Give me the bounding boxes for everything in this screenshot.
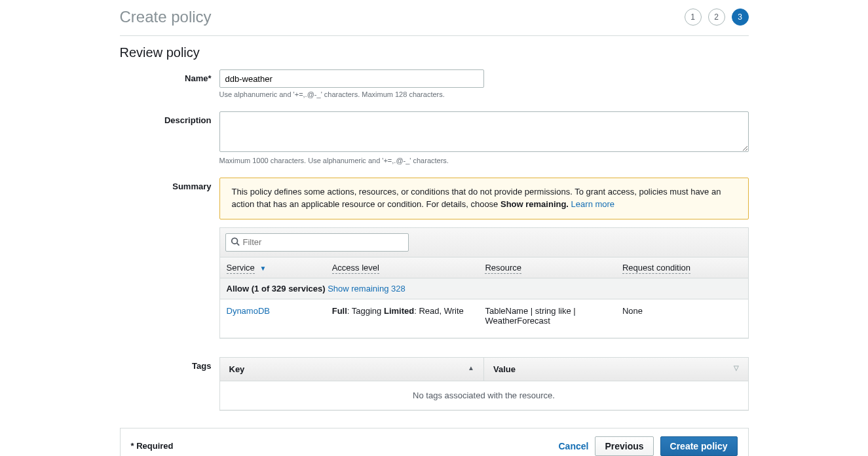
footer-bar: * Required Cancel Previous Create policy [120, 428, 749, 456]
description-label: Description [120, 111, 219, 174]
condition-cell: None [616, 299, 748, 337]
sort-neutral-icon: ▽ [734, 364, 739, 371]
access-level-cell: Full: Tagging Limited: Read, Write [326, 299, 479, 337]
col-resource[interactable]: Resource [478, 257, 616, 278]
previous-button[interactable]: Previous [595, 436, 653, 456]
section-title: Review policy [120, 45, 749, 60]
description-textarea[interactable] [219, 111, 749, 152]
col-service[interactable]: Service ▼ [220, 257, 326, 278]
col-resource-label: Resource [485, 263, 521, 274]
group-label: Allow (1 of 329 services) [227, 284, 326, 294]
warning-text: This policy defines some actions, resour… [232, 187, 721, 209]
step-3[interactable]: 3 [732, 9, 749, 26]
col-request-condition[interactable]: Request condition [616, 257, 748, 278]
tags-label: Tags [120, 357, 219, 411]
service-link[interactable]: DynamoDB [227, 306, 270, 316]
svg-line-1 [236, 243, 239, 246]
filter-input[interactable] [225, 233, 409, 252]
search-icon [231, 237, 240, 248]
tags-col-key-label: Key [229, 364, 245, 374]
create-policy-button[interactable]: Create policy [660, 436, 738, 456]
page-title: Create policy [120, 8, 212, 26]
summary-table-container: Service ▼ Access level Resource Request … [219, 227, 749, 339]
tags-col-value-label: Value [493, 364, 516, 374]
col-access-level[interactable]: Access level [326, 257, 479, 278]
col-access-label: Access level [332, 263, 379, 274]
service-group-row: Allow (1 of 329 services) Show remaining… [220, 278, 748, 299]
tags-col-key[interactable]: Key ▲ [220, 358, 484, 381]
col-condition-label: Request condition [622, 263, 690, 274]
show-remaining-link[interactable]: Show remaining 328 [328, 284, 406, 294]
table-row: DynamoDB Full: Tagging Limited: Read, Wr… [220, 299, 748, 337]
step-2[interactable]: 2 [708, 9, 725, 26]
sort-caret-icon: ▼ [259, 265, 266, 272]
name-hint: Use alphanumeric and '+=,.@-_' character… [219, 90, 749, 98]
learn-more-link[interactable]: Learn more [571, 199, 614, 209]
required-note: * Required [131, 441, 174, 451]
name-input[interactable] [219, 69, 484, 88]
tags-col-value[interactable]: Value ▽ [484, 358, 748, 381]
sort-asc-icon: ▲ [468, 364, 474, 371]
cancel-button[interactable]: Cancel [559, 441, 589, 451]
tags-empty-message: No tags associated with the resource. [220, 381, 748, 409]
step-1[interactable]: 1 [685, 9, 702, 26]
description-hint: Maximum 1000 characters. Use alphanumeri… [219, 157, 749, 164]
wizard-steps: 1 2 3 [685, 9, 749, 26]
summary-label: Summary [120, 178, 219, 339]
summary-warning: This policy defines some actions, resour… [219, 178, 749, 219]
tags-table-container: Key ▲ Value ▽ No tags associated with th… [219, 357, 749, 411]
svg-point-0 [231, 238, 237, 244]
name-label: Name* [120, 69, 219, 107]
warning-bold: Show remaining. [500, 199, 569, 209]
col-service-label: Service [227, 263, 255, 274]
resource-cell: TableName | string like | WeatherForecas… [478, 299, 616, 337]
